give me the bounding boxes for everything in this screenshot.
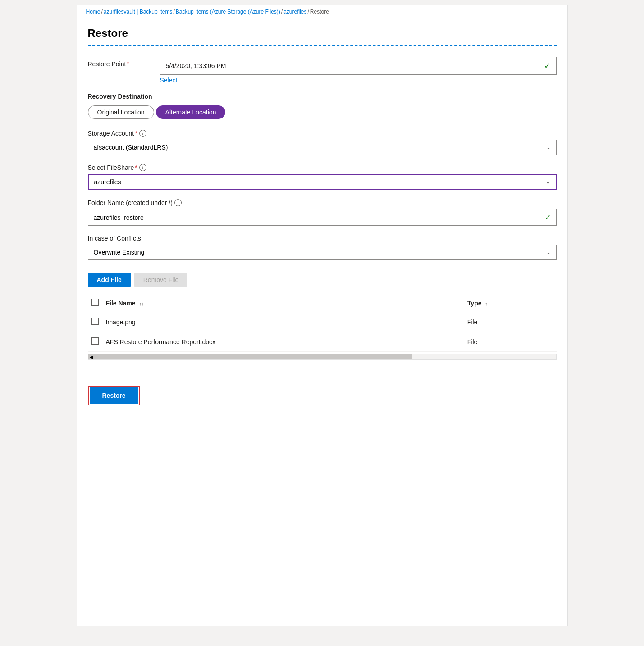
breadcrumb-current: Restore [310, 9, 329, 15]
row2-filename: AFS Restore Performance Report.docx [102, 332, 464, 352]
conflicts-arrow-icon: ⌄ [546, 249, 551, 255]
row2-checkbox-cell [88, 332, 102, 352]
storage-account-info-icon[interactable]: i [139, 130, 146, 137]
alternate-location-btn[interactable]: Alternate Location [156, 105, 226, 119]
storage-account-dropdown[interactable]: afsaccount (StandardLRS) ⌄ [88, 140, 557, 155]
breadcrumb-home[interactable]: Home [86, 9, 100, 15]
fileshare-dropdown[interactable]: azurefiles ⌄ [88, 174, 557, 190]
restore-point-field: 5/4/2020, 1:33:06 PM ✓ [160, 57, 557, 75]
table-header-type[interactable]: Type ↑↓ [464, 294, 557, 312]
title-divider [88, 45, 557, 46]
fileshare-info-icon[interactable]: i [139, 164, 146, 171]
main-content: Restore Restore Point* 5/4/2020, 1:33:06… [77, 18, 567, 378]
table-header-row: File Name ↑↓ Type ↑↓ [88, 294, 557, 312]
restore-point-row: Restore Point* 5/4/2020, 1:33:06 PM ✓ Se… [88, 57, 557, 84]
conflicts-value: Overwrite Existing [94, 249, 145, 256]
conflicts-section: In case of Conflicts Overwrite Existing … [88, 235, 557, 260]
restore-point-wrapper: 5/4/2020, 1:33:06 PM ✓ Select [160, 57, 557, 84]
row2-checkbox[interactable] [91, 337, 99, 345]
folder-name-input[interactable]: azurefiles_restore ✓ [88, 209, 557, 226]
recovery-destination-section: Recovery Destination Original Location A… [88, 93, 557, 119]
conflicts-dropdown[interactable]: Overwrite Existing ⌄ [88, 245, 557, 260]
breadcrumb-backup-items[interactable]: Backup Items (Azure Storage (Azure Files… [176, 9, 280, 15]
storage-account-arrow-icon: ⌄ [546, 144, 551, 150]
alternate-fields: Storage Account * i afsaccount (Standard… [88, 130, 557, 260]
restore-button[interactable]: Restore [90, 387, 138, 404]
type-sort-icon: ↑↓ [485, 301, 490, 306]
storage-account-label: Storage Account * i [88, 130, 557, 137]
restore-point-value: 5/4/2020, 1:33:06 PM [166, 62, 226, 69]
restore-footer: Restore [77, 378, 567, 413]
main-container: Home / azurfilesvault | Backup Items / B… [77, 5, 568, 626]
add-file-button[interactable]: Add File [88, 273, 131, 287]
breadcrumb-azurefiles[interactable]: azurefiles [283, 9, 306, 15]
table-header-checkbox-cell [88, 294, 102, 312]
folder-name-info-icon[interactable]: i [174, 199, 182, 206]
row1-type: File [464, 312, 557, 332]
folder-name-check-icon: ✓ [545, 213, 551, 222]
toggle-group: Original Location Alternate Location [88, 105, 557, 119]
row1-filename: Image.png [102, 312, 464, 332]
filename-sort-icon: ↑↓ [139, 301, 144, 306]
folder-name-value: azurefiles_restore [94, 214, 144, 221]
table-header-filename[interactable]: File Name ↑↓ [102, 294, 464, 312]
remove-file-button[interactable]: Remove File [134, 273, 188, 287]
breadcrumb-vault[interactable]: azurfilesvault | Backup Items [104, 9, 173, 15]
recovery-destination-title: Recovery Destination [88, 93, 557, 100]
fileshare-section: Select FileShare * i azurefiles ⌄ [88, 164, 557, 190]
folder-name-label: Folder Name (created under /) i [88, 199, 557, 206]
scrollbar-thumb[interactable] [95, 354, 413, 359]
select-link[interactable]: Select [160, 77, 557, 84]
original-location-btn[interactable]: Original Location [88, 105, 154, 119]
fileshare-arrow-icon: ⌄ [546, 179, 550, 185]
file-table: File Name ↑↓ Type ↑↓ Image.png File [88, 294, 557, 352]
table-row: Image.png File [88, 312, 557, 332]
file-action-buttons: Add File Remove File [88, 273, 557, 287]
row1-checkbox[interactable] [91, 318, 99, 325]
row2-type: File [464, 332, 557, 352]
fileshare-value: azurefiles [94, 178, 121, 186]
folder-name-section: Folder Name (created under /) i azurefil… [88, 199, 557, 226]
storage-account-section: Storage Account * i afsaccount (Standard… [88, 130, 557, 155]
restore-point-label: Restore Point* [88, 57, 160, 68]
select-all-checkbox[interactable] [91, 299, 99, 306]
scroll-left-arrow[interactable]: ◀ [88, 354, 95, 359]
restore-button-wrapper: Restore [88, 386, 140, 405]
page-title: Restore [88, 27, 557, 40]
breadcrumb: Home / azurfilesvault | Backup Items / B… [77, 5, 567, 18]
horizontal-scrollbar[interactable]: ◀ [88, 354, 557, 360]
table-row: AFS Restore Performance Report.docx File [88, 332, 557, 352]
conflicts-label: In case of Conflicts [88, 235, 557, 242]
check-icon: ✓ [544, 61, 551, 71]
fileshare-label: Select FileShare * i [88, 164, 557, 171]
row1-checkbox-cell [88, 312, 102, 332]
storage-account-value: afsaccount (StandardLRS) [94, 144, 168, 151]
